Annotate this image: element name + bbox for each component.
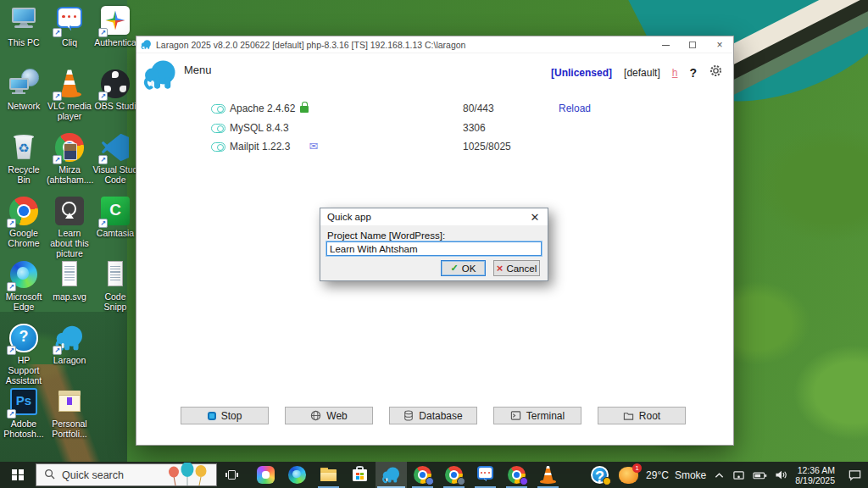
dialog-titlebar[interactable]: Quick app ✕ [320, 208, 548, 225]
desktop-icon-image [54, 69, 85, 99]
taskbar-app-vlc[interactable] [532, 462, 564, 488]
maximize-button[interactable] [679, 36, 706, 53]
desktop-icon-visual-stud-code[interactable]: Visual Stud Code [92, 132, 138, 195]
project-name-input[interactable] [326, 241, 542, 256]
desktop-icon-laragon[interactable]: Laragon [47, 323, 92, 385]
desktop-icon-code-snipp[interactable]: Code Snipp [92, 259, 138, 322]
mail-icon[interactable]: ✉ [309, 141, 318, 152]
start-button[interactable] [0, 462, 36, 488]
shortcut-arrow-overlay [7, 409, 16, 419]
desktop-icon-personal-portfoli[interactable]: Personal Portfoli... [47, 386, 92, 449]
desktop-icon-label: OBS Studi [92, 101, 138, 111]
chevron-up-icon[interactable] [714, 470, 725, 480]
gear-icon[interactable] [709, 64, 723, 81]
desktop-icon-label: Google Chrome [1, 228, 47, 248]
desktop-icon-mirza-ahtsham[interactable]: Mirza (ahtsham.... [47, 132, 92, 195]
desktop-icon-image: C [100, 196, 131, 226]
desktop-icon-google-chrome[interactable]: Google Chrome [1, 196, 47, 258]
desktop-icon-image: ♻ [8, 132, 39, 163]
taskbar-app-store[interactable] [344, 462, 376, 488]
desktop-icon-recycle-bin[interactable]: ♻Recycle Bin [1, 132, 47, 195]
web-button[interactable]: Web [285, 407, 373, 424]
unlicensed-link[interactable]: [Unlicensed] [551, 67, 612, 79]
stop-button[interactable]: Stop [181, 407, 269, 424]
desktop-icon-vlc-media-player[interactable]: VLC media player [47, 69, 92, 131]
service-toggle-icon[interactable] [211, 104, 225, 114]
menu-button[interactable]: Menu [184, 64, 212, 76]
chrome-icon [413, 465, 432, 485]
taskbar: Quick search ? 1 29°C Smoke [0, 462, 868, 488]
taskbar-app-cliq[interactable] [470, 462, 501, 488]
help-button[interactable]: ? [689, 66, 697, 80]
desktop-icon-image [54, 386, 85, 417]
desktop-icon-label: Network [1, 101, 47, 111]
search-box[interactable]: Quick search [36, 463, 217, 486]
taskbar-app-chrome[interactable] [407, 462, 438, 488]
taskbar-app-edge[interactable] [281, 462, 313, 488]
taskbar-app-copilot[interactable] [250, 462, 281, 488]
task-view-button[interactable] [217, 462, 246, 488]
battery-icon[interactable] [753, 470, 767, 480]
cliq-icon [476, 465, 495, 485]
service-toggle-icon[interactable] [211, 142, 225, 152]
desktop-icon-image [54, 196, 85, 226]
shortcut-arrow-overlay [7, 282, 16, 291]
edge-icon [287, 465, 307, 485]
chrome-icon [507, 465, 526, 485]
desktop-icon-hp-support-assistant[interactable]: ?HP Support Assistant [1, 323, 47, 385]
lock-icon [300, 106, 309, 113]
taskbar-app-hp-support[interactable]: ? [584, 462, 615, 488]
laragon-icon [381, 465, 401, 485]
close-button[interactable]: × [706, 36, 733, 53]
taskbar-app-laragon[interactable] [376, 462, 407, 488]
desktop-icon-image [100, 132, 131, 163]
desktop-icon-label: Microsoft Edge [1, 291, 47, 312]
this-pc-icon [8, 5, 39, 36]
action-center-icon[interactable] [848, 469, 862, 481]
terminal-button[interactable]: Terminal [493, 407, 581, 424]
shortcut-arrow-overlay [7, 219, 16, 228]
desktop-icon-learn-about-this-picture[interactable]: Learn about this picture [47, 196, 92, 258]
taskbar-app-explorer[interactable] [313, 462, 344, 488]
window-titlebar[interactable]: Laragon 2025 v8.2.0 250622 [default] php… [136, 36, 733, 53]
info-photo-icon [54, 196, 85, 226]
minimize-button[interactable] [652, 36, 679, 53]
service-toggle-icon[interactable] [211, 124, 225, 133]
desktop-icon-map-svg[interactable]: map.svg [47, 259, 92, 322]
weather-badge: 1 [632, 463, 642, 473]
desktop-icon-label: Recycle Bin [1, 164, 47, 185]
desktop-icon-obs-studi[interactable]: OBS Studi [92, 69, 138, 131]
desktop-icon-image: ? [8, 323, 39, 353]
taskbar-app-chrome-3[interactable] [501, 462, 532, 488]
desktop-icon-this-pc[interactable]: This PC [1, 5, 47, 68]
desktop-icon-adobe-photosh[interactable]: PsAdobe Photosh... [1, 386, 47, 449]
cast-icon[interactable] [732, 469, 745, 481]
cancel-button[interactable]: × Cancel [493, 260, 540, 276]
profile-label[interactable]: [default] [624, 67, 660, 79]
hotkey-link[interactable]: h [672, 67, 678, 79]
desktop-icon-microsoft-edge[interactable]: Microsoft Edge [1, 259, 47, 322]
service-name: MySQL 8.4.3 [230, 122, 289, 134]
weather-condition-label[interactable]: Smoke [675, 469, 706, 481]
volume-icon[interactable] [775, 469, 787, 480]
desktop-icon-image [8, 259, 39, 290]
reload-link[interactable]: Reload [559, 103, 591, 114]
desktop-icon-image [100, 5, 131, 36]
desktop-icon-camtasia[interactable]: CCamtasia [92, 196, 138, 258]
clock[interactable]: 12:36 AM 8/19/2025 [795, 465, 835, 485]
taskbar-app-chrome-2[interactable] [438, 462, 470, 488]
desktop-icon-image [54, 259, 85, 290]
ok-button[interactable]: ✓ OK [441, 260, 486, 276]
desktop-icon-cliq[interactable]: Cliq [47, 5, 92, 68]
database-icon [403, 410, 414, 421]
shortcut-arrow-overlay [53, 155, 62, 164]
root-button[interactable]: Root [598, 407, 686, 424]
temperature-label[interactable]: 29°C [646, 469, 669, 481]
desktop-icon-authentica[interactable]: Authentica [92, 5, 138, 68]
dialog-title: Quick app [327, 212, 371, 222]
database-button[interactable]: Database [389, 407, 477, 424]
desktop-icon-label: map.svg [47, 291, 92, 302]
dialog-close-icon[interactable]: ✕ [522, 208, 548, 225]
desktop-icon-network[interactable]: Network [1, 69, 47, 131]
weather-icon[interactable]: 1 [619, 467, 638, 484]
